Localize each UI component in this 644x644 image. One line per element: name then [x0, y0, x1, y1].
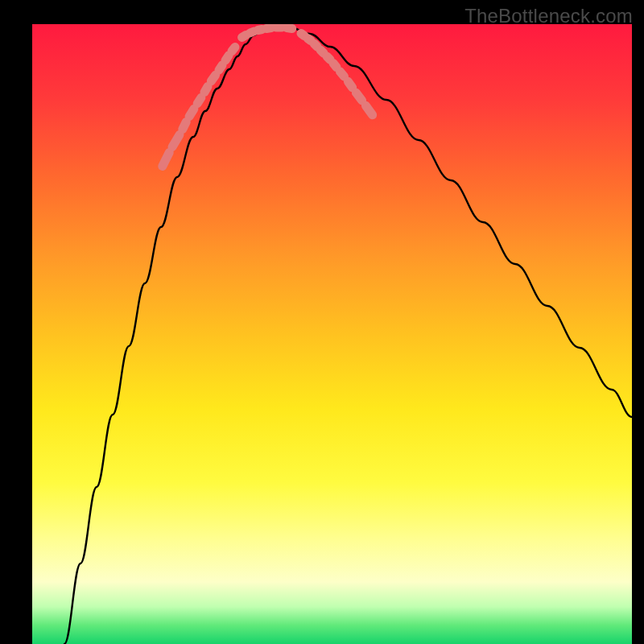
chart-frame: TheBottleneck.com: [0, 0, 644, 644]
highlight-dash: [232, 47, 235, 52]
highlight-dash: [258, 30, 262, 31]
highlight-dash: [266, 28, 271, 29]
highlight-dash: [189, 109, 194, 116]
plot-area: [32, 24, 632, 644]
highlight-segment-right: [301, 34, 373, 115]
highlight-dash: [333, 64, 336, 68]
highlight-dash: [314, 43, 317, 47]
highlight-dash: [172, 134, 180, 147]
highlight-dash: [183, 122, 186, 130]
bottleneck-curve: [64, 27, 632, 644]
chart-curves-svg: [32, 24, 632, 644]
highlight-dash: [320, 50, 324, 53]
highlight-dash: [225, 56, 229, 60]
highlight-dash: [301, 34, 304, 36]
highlight-dash: [327, 56, 330, 60]
highlight-dash: [341, 72, 345, 76]
highlight-dash: [348, 81, 352, 87]
highlight-dash: [197, 97, 201, 103]
highlight-segment-left: [163, 47, 235, 167]
highlight-dash: [308, 39, 311, 41]
highlight-dash: [211, 75, 215, 80]
highlight-segment-bottom: [242, 27, 292, 38]
highlight-dash: [219, 65, 222, 70]
highlight-dash: [163, 153, 169, 167]
highlight-dash: [365, 105, 372, 115]
highlight-dash: [250, 31, 254, 33]
highlight-dash: [356, 93, 361, 101]
highlight-dash: [287, 28, 292, 29]
highlight-dash: [204, 86, 208, 92]
highlight-dash: [242, 35, 246, 38]
